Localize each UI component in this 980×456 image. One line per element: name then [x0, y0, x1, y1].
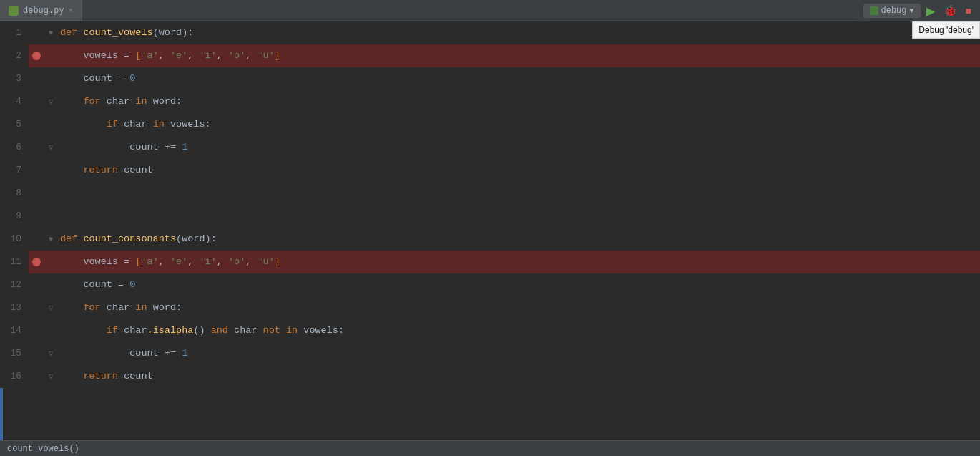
code-line-11: 11 vowels = ['a', 'e', 'i', 'o', 'u'] — [0, 251, 980, 273]
fold-area-9 — [44, 205, 57, 228]
breakpoint-dot-2 — [32, 52, 41, 60]
code-line-3: 3 count = 0 — [0, 67, 980, 90]
breakpoint-area-9[interactable] — [29, 205, 44, 228]
line-number-2: 2 — [0, 44, 29, 67]
toolbar: debug ▼ ▶ 🐞 ■ — [858, 0, 981, 21]
status-bar: count_vowels() — [0, 440, 980, 456]
python-file-icon — [9, 6, 19, 16]
line-number-12: 12 — [0, 273, 29, 296]
debug-config-icon — [870, 6, 878, 15]
stop-button[interactable]: ■ — [963, 4, 974, 18]
fold-area-6[interactable]: ▽ — [44, 136, 57, 159]
breakpoint-area-8[interactable] — [29, 182, 44, 205]
tab-close-button[interactable]: × — [69, 6, 74, 15]
line-number-15: 15 — [0, 342, 29, 365]
code-line-4: 4▽ for char in word: — [0, 90, 980, 113]
dropdown-chevron: ▼ — [910, 7, 914, 15]
fold-area-16[interactable]: ▽ — [44, 365, 57, 388]
line-number-8: 8 — [0, 182, 29, 205]
fold-area-10[interactable]: ▼ — [44, 228, 57, 251]
debug-button[interactable]: 🐞 — [941, 3, 960, 19]
breakpoint-area-2[interactable] — [29, 44, 44, 67]
code-content-9 — [57, 205, 980, 228]
debug-config-label: debug — [881, 6, 907, 16]
fold-area-2 — [44, 44, 57, 67]
line-number-10: 10 — [0, 228, 29, 251]
breakpoint-area-15[interactable] — [29, 342, 44, 365]
code-content-1: def count_vowels(word): — [57, 21, 980, 44]
fold-area-14 — [44, 319, 57, 342]
line-number-3: 3 — [0, 67, 29, 90]
fold-area-4[interactable]: ▽ — [44, 90, 57, 113]
code-line-5: 5 if char in vowels: — [0, 113, 980, 136]
code-line-10: 10▼def count_consonants(word): — [0, 228, 980, 251]
breakpoint-area-14[interactable] — [29, 319, 44, 342]
line-number-16: 16 — [0, 365, 29, 388]
fold-area-8 — [44, 182, 57, 205]
breakpoint-area-13[interactable] — [29, 296, 44, 319]
run-button[interactable]: ▶ — [923, 3, 938, 19]
code-content-7: return count — [57, 159, 980, 182]
fold-area-13[interactable]: ▽ — [44, 296, 57, 319]
fold-area-12 — [44, 273, 57, 296]
tab-filename: debug.py — [23, 6, 64, 16]
code-line-13: 13▽ for char in word: — [0, 296, 980, 319]
breakpoint-area-4[interactable] — [29, 90, 44, 113]
code-line-7: 7 return count — [0, 159, 980, 182]
breakpoint-dot-11 — [32, 258, 41, 266]
line-number-7: 7 — [0, 159, 29, 182]
fold-area-7 — [44, 159, 57, 182]
code-content-4: for char in word: — [57, 90, 980, 113]
breakpoint-area-6[interactable] — [29, 136, 44, 159]
code-line-8: 8 — [0, 182, 980, 205]
function-context: count_vowels() — [7, 444, 79, 454]
line-number-5: 5 — [0, 113, 29, 136]
line-number-1: 1 — [0, 21, 29, 44]
file-tab[interactable]: debug.py × — [0, 0, 82, 21]
breakpoint-area-7[interactable] — [29, 159, 44, 182]
line-number-14: 14 — [0, 319, 29, 342]
fold-area-15[interactable]: ▽ — [44, 342, 57, 365]
code-line-2: 2 vowels = ['a', 'e', 'i', 'o', 'u'] — [0, 44, 980, 67]
code-content-10: def count_consonants(word): — [57, 228, 980, 251]
line-number-4: 4 — [0, 90, 29, 113]
code-editor: 1▼def count_vowels(word):2 vowels = ['a'… — [0, 21, 980, 440]
debug-config-dropdown[interactable]: debug ▼ — [863, 4, 921, 18]
line-number-9: 9 — [0, 205, 29, 228]
code-content-5: if char in vowels: — [57, 113, 980, 136]
code-line-12: 12 count = 0 — [0, 273, 980, 296]
line-number-11: 11 — [0, 251, 29, 273]
breakpoint-area-3[interactable] — [29, 67, 44, 90]
code-line-14: 14 if char.isalpha() and char not in vow… — [0, 319, 980, 342]
fold-area-3 — [44, 67, 57, 90]
breakpoint-area-12[interactable] — [29, 273, 44, 296]
code-content-2: vowels = ['a', 'e', 'i', 'o', 'u'] — [57, 44, 980, 67]
breakpoint-area-16[interactable] — [29, 365, 44, 388]
line-number-6: 6 — [0, 136, 29, 159]
fold-area-5 — [44, 113, 57, 136]
code-content-16: return count — [57, 365, 980, 388]
breakpoint-area-1[interactable] — [29, 21, 44, 44]
code-lines: 1▼def count_vowels(word):2 vowels = ['a'… — [0, 21, 980, 440]
debug-tooltip: Debug 'debug' — [912, 21, 980, 39]
code-content-14: if char.isalpha() and char not in vowels… — [57, 319, 980, 342]
code-line-1: 1▼def count_vowels(word): — [0, 21, 980, 44]
fold-area-1[interactable]: ▼ — [44, 21, 57, 44]
code-line-6: 6▽ count += 1 — [0, 136, 980, 159]
code-content-8 — [57, 182, 980, 205]
code-content-6: count += 1 — [57, 136, 980, 159]
code-line-16: 16▽ return count — [0, 365, 980, 388]
code-content-12: count = 0 — [57, 273, 980, 296]
title-bar: debug.py × — [0, 0, 980, 21]
code-content-11: vowels = ['a', 'e', 'i', 'o', 'u'] — [57, 251, 980, 273]
line-number-13: 13 — [0, 296, 29, 319]
code-content-13: for char in word: — [57, 296, 980, 319]
code-line-15: 15▽ count += 1 — [0, 342, 980, 365]
breakpoint-area-11[interactable] — [29, 251, 44, 273]
breakpoint-area-10[interactable] — [29, 228, 44, 251]
fold-area-11 — [44, 251, 57, 273]
code-content-15: count += 1 — [57, 342, 980, 365]
code-line-9: 9 — [0, 205, 980, 228]
breakpoint-area-5[interactable] — [29, 113, 44, 136]
code-content-3: count = 0 — [57, 67, 980, 90]
